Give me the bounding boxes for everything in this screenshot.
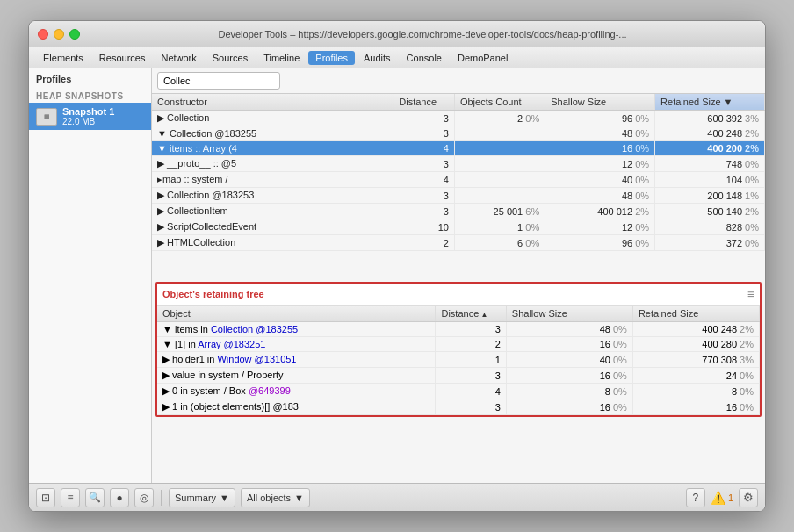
row-retained: 600 392 3% xyxy=(655,111,765,126)
sidebar-title: Profiles xyxy=(29,68,151,88)
menu-network[interactable]: Network xyxy=(154,51,203,65)
table-row[interactable]: ▶ Collection 3 2 0% 96 0% 600 392 3% xyxy=(152,111,765,126)
retaining-row[interactable]: ▼ [1] in Array @183251 2 16 0% 400 280 2… xyxy=(157,337,760,352)
row-distance: 4 xyxy=(393,141,455,156)
row-obj-count: 25 001 6% xyxy=(454,204,545,219)
maximize-button[interactable] xyxy=(69,29,80,40)
menu-console[interactable]: Console xyxy=(400,51,449,65)
ret-row-object: ▶ value in system / Property xyxy=(157,368,436,384)
row-shallow: 16 0% xyxy=(545,141,655,156)
row-distance: 3 xyxy=(393,204,455,219)
table-row[interactable]: ▼ Collection @183255 3 48 0% 400 248 2% xyxy=(152,126,765,141)
row-distance: 2 xyxy=(393,235,455,251)
retaining-tree-header: Object's retaining tree ≡ xyxy=(157,284,760,306)
warning-icon: ⚠️ xyxy=(711,491,725,505)
menu-resources[interactable]: Resources xyxy=(92,51,153,65)
table-row[interactable]: ▸map :: system / 4 40 0% 104 0% xyxy=(152,172,765,188)
console-btn[interactable]: ⊡ xyxy=(36,488,55,507)
window-controls xyxy=(38,29,80,40)
sidebar-item-snapshot1[interactable]: ▦ Snapshot 1 22.0 MB xyxy=(29,103,151,130)
retaining-row[interactable]: ▼ items in Collection @183255 3 48 0% 40… xyxy=(157,322,760,337)
upper-table-container: Constructor Distance Objects Count Shall… xyxy=(152,94,765,278)
col-retained-size[interactable]: Retained Size ▼ xyxy=(655,94,765,111)
window-title: Developer Tools – https://developers.goo… xyxy=(89,29,756,40)
ret-row-retained: 400 280 2% xyxy=(632,337,759,352)
menu-audits[interactable]: Audits xyxy=(357,51,398,65)
summary-label: Summary xyxy=(175,492,216,503)
close-button[interactable] xyxy=(38,29,48,40)
snapshot-icon: ▦ xyxy=(36,108,57,126)
menu-demopanel[interactable]: DemoPanel xyxy=(451,51,515,65)
summary-dropdown[interactable]: Summary ▼ xyxy=(169,488,235,507)
help-btn[interactable]: ? xyxy=(686,488,705,507)
search-btn[interactable]: 🔍 xyxy=(85,488,105,507)
ret-row-distance: 4 xyxy=(436,384,506,399)
retaining-table: Object Distance Shallow Size Retained Si… xyxy=(157,306,760,415)
ret-row-shallow: 16 0% xyxy=(506,337,632,352)
retaining-row[interactable]: ▶ holder1 in Window @131051 1 40 0% 770 … xyxy=(157,352,760,368)
table-row[interactable]: ▶ CollectionItem 3 25 001 6% 400 012 2% … xyxy=(152,204,765,219)
ret-row-object: ▶ holder1 in Window @131051 xyxy=(157,352,436,368)
row-constructor: ▼ items :: Array (4 xyxy=(152,141,393,156)
row-obj-count xyxy=(454,141,545,156)
filter-input[interactable] xyxy=(157,72,280,90)
ret-row-retained: 16 0% xyxy=(632,399,759,415)
row-obj-count xyxy=(454,188,545,204)
ret-row-retained: 24 0% xyxy=(632,368,759,384)
sidebar: Profiles HEAP SNAPSHOTS ▦ Snapshot 1 22.… xyxy=(29,68,152,483)
row-constructor: ▸map :: system / xyxy=(152,172,393,188)
all-objects-label: All objects xyxy=(247,492,291,503)
row-retained: 400 200 2% xyxy=(655,141,765,156)
table-row[interactable]: ▶ ScriptCollectedEvent 10 1 0% 12 0% 828… xyxy=(152,219,765,235)
col-objects-count[interactable]: Objects Count xyxy=(454,94,545,111)
warning-badge: ⚠️ 1 xyxy=(711,491,733,505)
row-constructor: ▶ ScriptCollectedEvent xyxy=(152,219,393,235)
ret-row-object: ▼ items in Collection @183255 xyxy=(157,322,436,337)
ret-row-retained: 770 308 3% xyxy=(632,352,759,368)
row-distance: 3 xyxy=(393,126,455,141)
ret-row-shallow: 48 0% xyxy=(506,322,632,337)
retaining-row[interactable]: ▶ 0 in system / Box @649399 4 8 0% 8 0% xyxy=(157,384,760,399)
row-obj-count xyxy=(454,156,545,172)
table-row[interactable]: ▶ __proto__ :: @5 3 12 0% 748 0% xyxy=(152,156,765,172)
stack-btn[interactable]: ≡ xyxy=(61,488,80,507)
retaining-tree-menu-icon[interactable]: ≡ xyxy=(747,287,754,301)
all-objects-dropdown[interactable]: All objects ▼ xyxy=(241,488,310,507)
table-row[interactable]: ▶ Collection @183253 3 48 0% 200 148 1% xyxy=(152,188,765,204)
menu-timeline[interactable]: Timeline xyxy=(256,51,307,65)
bottom-toolbar: ⊡ ≡ 🔍 ● ◎ Summary ▼ All objects ▼ ? ⚠️ 1… xyxy=(29,483,765,511)
row-constructor: ▶ HTMLCollection xyxy=(152,235,393,251)
devtools-window: Developer Tools – https://developers.goo… xyxy=(28,20,766,512)
col-distance[interactable]: Distance xyxy=(393,94,455,111)
retaining-row[interactable]: ▶ 1 in (object elements)[] @183 3 16 0% … xyxy=(157,399,760,415)
ret-col-object[interactable]: Object xyxy=(157,306,436,322)
ret-col-distance[interactable]: Distance xyxy=(436,306,506,322)
ret-row-object: ▶ 1 in (object elements)[] @183 xyxy=(157,399,436,415)
retaining-tree-title: Object's retaining tree xyxy=(162,289,264,299)
minimize-button[interactable] xyxy=(54,29,64,40)
row-obj-count xyxy=(454,126,545,141)
row-constructor: ▶ CollectionItem xyxy=(152,204,393,219)
menu-bar: Elements Resources Network Sources Timel… xyxy=(29,47,765,68)
row-retained: 400 248 2% xyxy=(655,126,765,141)
menu-sources[interactable]: Sources xyxy=(206,51,255,65)
retaining-row[interactable]: ▶ value in system / Property 3 16 0% 24 … xyxy=(157,368,760,384)
row-shallow: 48 0% xyxy=(545,126,655,141)
ret-col-shallow[interactable]: Shallow Size xyxy=(506,306,632,322)
col-constructor[interactable]: Constructor xyxy=(152,94,393,111)
menu-elements[interactable]: Elements xyxy=(36,51,90,65)
row-distance: 3 xyxy=(393,156,455,172)
all-objects-dropdown-arrow: ▼ xyxy=(294,492,304,503)
row-constructor: ▼ Collection @183255 xyxy=(152,126,393,141)
row-shallow: 12 0% xyxy=(545,219,655,235)
menu-profiles[interactable]: Profiles xyxy=(308,51,355,65)
clear-btn[interactable]: ◎ xyxy=(134,488,154,507)
col-shallow-size[interactable]: Shallow Size xyxy=(545,94,655,111)
gear-btn[interactable]: ⚙ xyxy=(739,488,758,507)
snapshot-name: Snapshot 1 xyxy=(62,106,114,117)
table-row[interactable]: ▶ HTMLCollection 2 6 0% 96 0% 372 0% xyxy=(152,235,765,251)
table-row-selected[interactable]: ▼ items :: Array (4 4 16 0% 400 200 2% xyxy=(152,141,765,156)
record-btn[interactable]: ● xyxy=(110,488,129,507)
row-obj-count xyxy=(454,172,545,188)
ret-col-retained[interactable]: Retained Size xyxy=(632,306,759,322)
